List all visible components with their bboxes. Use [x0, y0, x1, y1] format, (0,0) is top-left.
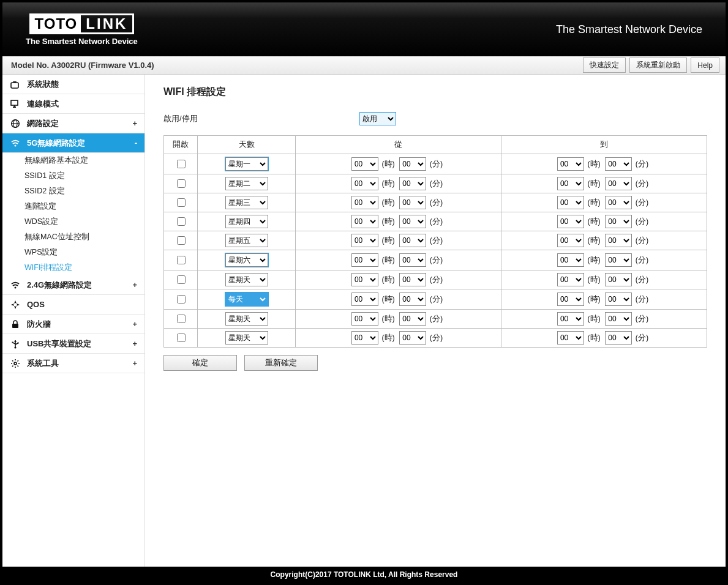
- help-button[interactable]: Help: [691, 58, 719, 73]
- to-hour-select[interactable]: 00: [557, 273, 584, 286]
- usb-icon: [10, 338, 21, 349]
- from-min-select[interactable]: 00: [399, 215, 426, 228]
- to-hour-select[interactable]: 00: [557, 157, 584, 171]
- row-enable-checkbox[interactable]: [177, 179, 186, 188]
- sidebar: 系統狀態 連線模式 網路設定 + 5G無線網路設定 - 無線網路基本設定 SSI…: [2, 75, 145, 567]
- sidebar-item-4[interactable]: 2.4G無線網路設定 +: [2, 275, 144, 295]
- sidebar-subitem-1[interactable]: SSID1 設定: [2, 168, 144, 184]
- to-hour-select[interactable]: 00: [557, 253, 584, 267]
- sidebar-subitem-6[interactable]: WPS設定: [2, 245, 144, 260]
- table-row: 星期天 00 (時) 00 (分) 00 (時) 00 (分): [164, 270, 707, 289]
- to-min-select[interactable]: 00: [605, 234, 632, 247]
- row-enable-checkbox[interactable]: [177, 295, 186, 304]
- row-enable-checkbox[interactable]: [177, 160, 186, 168]
- quick-setup-button[interactable]: 快速設定: [583, 58, 626, 73]
- sidebar-item-label: 系統狀態: [27, 79, 59, 90]
- min-label: (分): [430, 179, 443, 188]
- table-row: 星期六 00 (時) 00 (分) 00 (時) 00 (分): [164, 250, 707, 270]
- to-min-select[interactable]: 00: [605, 215, 632, 228]
- sidebar-item-3[interactable]: 5G無線網路設定 -: [2, 133, 144, 153]
- day-select[interactable]: 星期五: [225, 234, 268, 247]
- to-min-select[interactable]: 00: [605, 196, 632, 209]
- reboot-button[interactable]: 系統重新啟動: [629, 58, 687, 73]
- from-hour-select[interactable]: 00: [351, 331, 378, 345]
- sidebar-item-8[interactable]: 系統工具 +: [2, 354, 144, 373]
- row-enable-checkbox[interactable]: [177, 315, 186, 323]
- day-select[interactable]: 星期天: [225, 273, 268, 286]
- from-min-select[interactable]: 00: [399, 253, 426, 267]
- to-min-select[interactable]: 00: [605, 273, 632, 286]
- from-hour-select[interactable]: 00: [351, 215, 378, 228]
- row-enable-checkbox[interactable]: [177, 275, 186, 284]
- day-select[interactable]: 每天: [225, 292, 268, 306]
- to-min-select[interactable]: 00: [605, 312, 632, 326]
- from-min-select[interactable]: 00: [399, 273, 426, 286]
- sidebar-subitem-5[interactable]: 無線MAC位址控制: [2, 229, 144, 245]
- expand-icon: -: [135, 138, 137, 147]
- brand-logo: TOTO LINK The Smartest Network Device: [26, 13, 138, 46]
- from-hour-select[interactable]: 00: [351, 234, 378, 247]
- from-min-select[interactable]: 00: [399, 331, 426, 345]
- sidebar-item-2[interactable]: 網路設定 +: [2, 114, 144, 133]
- to-hour-select[interactable]: 00: [557, 234, 584, 247]
- from-min-select[interactable]: 00: [399, 177, 426, 190]
- day-select[interactable]: 星期二: [225, 177, 268, 190]
- from-hour-select[interactable]: 00: [351, 292, 378, 306]
- to-min-select[interactable]: 00: [605, 157, 632, 171]
- to-hour-select[interactable]: 00: [557, 292, 584, 306]
- row-enable-checkbox[interactable]: [177, 256, 186, 264]
- from-min-select[interactable]: 00: [399, 234, 426, 247]
- sidebar-subitem-4[interactable]: WDS設定: [2, 214, 144, 229]
- to-hour-select[interactable]: 00: [557, 215, 584, 228]
- row-enable-checkbox[interactable]: [177, 198, 186, 207]
- to-hour-select[interactable]: 00: [557, 331, 584, 345]
- from-hour-select[interactable]: 00: [351, 312, 378, 326]
- enable-select[interactable]: 啟用: [359, 112, 396, 125]
- from-hour-select[interactable]: 00: [351, 177, 378, 190]
- from-min-select[interactable]: 00: [399, 292, 426, 306]
- th-from: 從: [296, 136, 501, 154]
- day-select[interactable]: 星期天: [225, 331, 268, 345]
- day-select[interactable]: 星期一: [225, 157, 268, 171]
- min-label: (分): [430, 160, 443, 168]
- hour-label: (時): [587, 198, 600, 207]
- to-min-select[interactable]: 00: [605, 177, 632, 190]
- sidebar-item-7[interactable]: USB共享裝置設定 +: [2, 334, 144, 354]
- hour-label: (時): [587, 217, 600, 226]
- row-enable-checkbox[interactable]: [177, 333, 186, 342]
- sidebar-subitem-2[interactable]: SSID2 設定: [2, 184, 144, 199]
- from-hour-select[interactable]: 00: [351, 253, 378, 267]
- day-select[interactable]: 星期六: [225, 253, 268, 267]
- from-min-select[interactable]: 00: [399, 196, 426, 209]
- day-select[interactable]: 星期三: [225, 196, 268, 209]
- day-select[interactable]: 星期天: [225, 312, 268, 326]
- from-min-select[interactable]: 00: [399, 312, 426, 326]
- sidebar-item-5[interactable]: QOS: [2, 295, 144, 315]
- reset-button[interactable]: 重新確定: [244, 355, 318, 371]
- min-label: (分): [636, 256, 648, 264]
- expand-icon: +: [132, 119, 137, 128]
- to-hour-select[interactable]: 00: [557, 196, 584, 209]
- from-hour-select[interactable]: 00: [351, 196, 378, 209]
- from-min-select[interactable]: 00: [399, 157, 426, 171]
- hour-label: (時): [381, 198, 394, 207]
- sidebar-subitem-7[interactable]: WIFI排程設定: [2, 260, 144, 275]
- to-hour-select[interactable]: 00: [557, 177, 584, 190]
- to-min-select[interactable]: 00: [605, 253, 632, 267]
- globe-icon: [10, 118, 21, 129]
- sidebar-subitem-0[interactable]: 無線網路基本設定: [2, 153, 144, 168]
- day-select[interactable]: 星期四: [225, 215, 268, 228]
- row-enable-checkbox[interactable]: [177, 217, 186, 226]
- from-hour-select[interactable]: 00: [351, 273, 378, 286]
- sidebar-item-6[interactable]: 防火牆 +: [2, 315, 144, 334]
- ok-button[interactable]: 確定: [163, 355, 237, 371]
- to-min-select[interactable]: 00: [605, 292, 632, 306]
- sidebar-item-0[interactable]: 系統狀態: [2, 75, 144, 94]
- sidebar-subitem-3[interactable]: 進階設定: [2, 199, 144, 214]
- row-enable-checkbox[interactable]: [177, 236, 186, 245]
- to-min-select[interactable]: 00: [605, 331, 632, 345]
- to-hour-select[interactable]: 00: [557, 312, 584, 326]
- from-hour-select[interactable]: 00: [351, 157, 378, 171]
- sidebar-item-label: 防火牆: [27, 319, 51, 330]
- sidebar-item-1[interactable]: 連線模式: [2, 94, 144, 114]
